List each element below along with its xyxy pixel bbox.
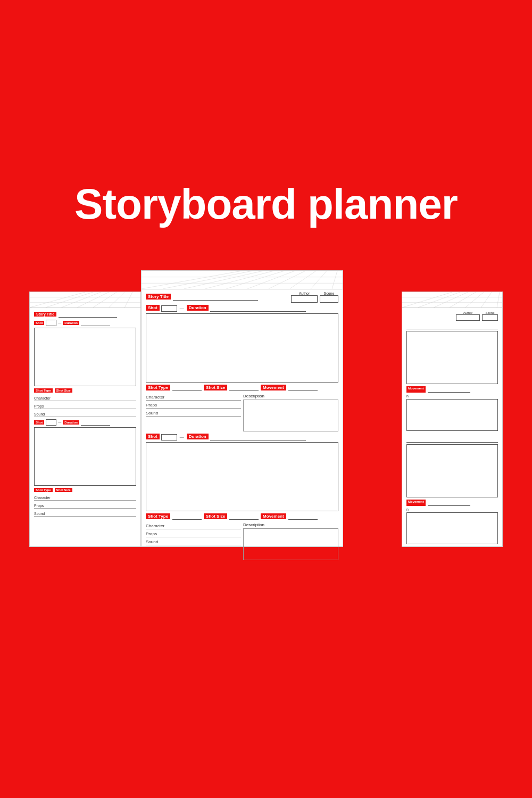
card-right-movement-input-1[interactable] (428, 386, 470, 393)
card-center-duration-input-1[interactable] (210, 305, 306, 312)
card-center-movement-input-1[interactable] (288, 385, 318, 391)
card-left-sound-field-2[interactable]: Sound (34, 510, 136, 517)
card-center-image-frame-1 (146, 313, 338, 383)
svg-line-1 (46, 292, 93, 307)
svg-line-5 (109, 292, 125, 307)
card-center-duration-label-1: Duration (187, 305, 209, 311)
card-left-grid (30, 292, 140, 308)
card-center-col-right-2: Description (243, 522, 338, 560)
svg-line-16 (269, 271, 306, 289)
card-right-labels-row-2: Movement (406, 500, 498, 506)
card-left-story-title-label: Story Title (34, 312, 56, 317)
card-center-header-row: Story Title Author Scene (142, 289, 343, 304)
card-center: Story Title Author Scene Shot — Du (141, 270, 343, 547)
card-left-image-frame-2 (34, 427, 136, 486)
card-right-grid (402, 292, 502, 308)
svg-line-23 (402, 292, 452, 307)
card-right-shot-row-2 (406, 436, 498, 443)
card-right-shot-line-1[interactable] (406, 323, 498, 329)
hero-title: Storyboard planner (0, 0, 532, 260)
card-center-col-right-1: Description (243, 394, 338, 431)
card-left-shot-type-label: Shot Type (34, 388, 53, 393)
card-center-col-left-2: Character Props Sound (146, 522, 241, 560)
card-center-sound-field-2[interactable]: Sound (146, 538, 241, 545)
card-right-shot-line-2[interactable] (406, 436, 498, 443)
card-right-author-input[interactable] (456, 314, 480, 321)
svg-line-19 (332, 271, 337, 289)
card-right-image-frame-2 (406, 444, 498, 497)
card-center-shot-type-label-1: Shot Type (146, 385, 170, 390)
card-left-shot-size-label: Shot Size (55, 388, 72, 393)
card-center-labels-row-1: Shot Type Shot Size Movement (146, 385, 338, 392)
card-left-duration-label-2: Duration (63, 420, 79, 425)
card-center-character-field-1[interactable]: Character (146, 394, 241, 401)
card-center-scene-label: Scene (324, 292, 335, 295)
card-center-props-field-2[interactable]: Props (146, 530, 241, 537)
card-left-props-field-2[interactable]: Props (34, 502, 136, 509)
card-center-desc-box-2[interactable] (243, 528, 338, 560)
card-center-author-input[interactable] (291, 295, 318, 303)
card-left-labels-row-2: Shot Type Shot Size (34, 488, 136, 492)
card-center-shot-label-2: Shot (146, 434, 160, 439)
card-center-grid (142, 271, 343, 289)
card-center-scene-input[interactable] (320, 295, 338, 303)
card-left-shot-input[interactable] (46, 320, 56, 326)
card-left-story-title-input[interactable] (59, 311, 117, 318)
card-left-shot-label-2: Shot (34, 420, 44, 425)
card-center-character-field-2[interactable]: Character (146, 522, 241, 529)
svg-line-3 (77, 292, 109, 307)
card-left-image-frame-1 (34, 328, 136, 386)
card-center-shot-type-input-1[interactable] (172, 385, 202, 391)
card-center-shot-size-input-1[interactable] (229, 385, 259, 391)
card-left-sound-field[interactable]: Sound (34, 410, 136, 417)
card-right-n-label-2: n (406, 508, 498, 511)
svg-line-10 (142, 271, 242, 289)
card-center-shot-type-input-2[interactable] (172, 513, 202, 520)
card-center-props-field-1[interactable]: Props (146, 402, 241, 409)
card-center-story-title-input[interactable] (173, 294, 258, 301)
svg-line-17 (290, 271, 317, 289)
card-left-duration-input-2[interactable] (81, 419, 110, 426)
card-right-movement-input-2[interactable] (428, 500, 470, 506)
cards-container: Story Title Shot — Duration Shot Type Sh… (0, 260, 532, 558)
card-center-author-label: Author (299, 292, 310, 295)
card-right-desc-box-1[interactable] (406, 399, 498, 431)
card-right-labels-row-1: Movement (406, 386, 498, 393)
card-right-image-frame-1 (406, 331, 498, 384)
card-center-description-label-2: Description (243, 522, 338, 527)
card-center-desc-box-1[interactable] (243, 400, 338, 431)
card-left-duration-input[interactable] (81, 320, 110, 326)
card-center-shot-input-2[interactable] (161, 434, 177, 440)
card-center-shot-type-label-2: Shot Type (146, 513, 170, 519)
card-left-props-field[interactable]: Props (34, 402, 136, 409)
card-center-shot-size-label-1: Shot Size (204, 385, 227, 390)
card-right-scene-input[interactable] (482, 314, 498, 321)
card-left-duration-label: Duration (63, 321, 79, 325)
card-right-header: Author Scene (406, 311, 498, 321)
svg-line-0 (30, 292, 85, 307)
card-center-sound-field-1[interactable]: Sound (146, 410, 241, 417)
card-left: Story Title Shot — Duration Shot Type Sh… (29, 292, 141, 547)
card-center-two-col-1: Character Props Sound Description (146, 394, 338, 431)
card-left-story-title-row: Story Title (34, 311, 136, 318)
card-left-shot-row-2: Shot — Duration (34, 419, 136, 426)
card-center-shot-size-input-2[interactable] (229, 513, 259, 520)
svg-line-29 (497, 292, 500, 307)
card-left-shot-input-2[interactable] (46, 419, 56, 426)
card-center-shot-input-1[interactable] (161, 305, 177, 312)
card-right-desc-box-2[interactable] (406, 512, 498, 544)
card-left-character-field[interactable]: Character (34, 394, 136, 401)
card-center-story-title-label: Story Title (146, 294, 171, 300)
card-right-n-label-1: n (406, 394, 498, 398)
svg-line-28 (481, 292, 492, 307)
card-center-movement-label-1: Movement (261, 385, 286, 390)
card-center-col-left-1: Character Props Sound (146, 394, 241, 431)
card-center-movement-input-2[interactable] (288, 513, 318, 520)
card-right: Author Scene Movement n (402, 292, 503, 547)
card-center-duration-input-2[interactable] (210, 434, 306, 440)
card-left-shot-row: Shot — Duration (34, 320, 136, 326)
svg-line-18 (311, 271, 327, 289)
card-center-shot-row-2: Shot — Duration (146, 434, 338, 440)
card-left-character-field-2[interactable]: Character (34, 494, 136, 501)
svg-line-15 (247, 271, 295, 289)
